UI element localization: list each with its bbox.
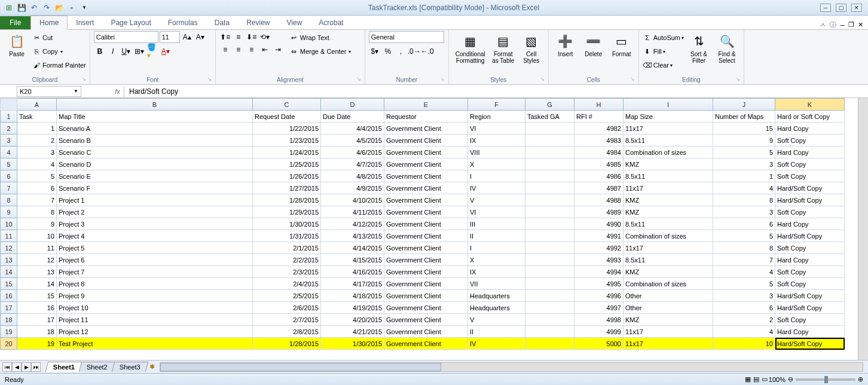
cell-I4[interactable]: Combination of sizes (624, 146, 713, 158)
wrap-text-button[interactable]: ↩Wrap Text (289, 31, 352, 44)
cell-D9[interactable]: 4/11/2015 (321, 206, 384, 218)
cell-E9[interactable]: Government Client (384, 206, 468, 218)
align-bottom-icon[interactable]: ⬇≡ (246, 31, 258, 43)
cell-B13[interactable]: Project 6 (57, 254, 253, 266)
cell-E8[interactable]: Government Client (384, 194, 468, 206)
underline-button[interactable]: U▾ (120, 45, 132, 57)
conditional-formatting-button[interactable]: ▦Conditional Formatting (453, 31, 488, 66)
cell-A12[interactable]: 11 (17, 242, 57, 254)
font-color-button[interactable]: A▾ (160, 45, 172, 57)
cell-B12[interactable]: Project 5 (57, 242, 253, 254)
cell-K10[interactable]: Hard Copy (775, 218, 845, 230)
cell-I7[interactable]: 11x17 (624, 182, 713, 194)
cell-K6[interactable]: Soft Copy (775, 170, 845, 182)
cell-G20[interactable] (525, 338, 574, 350)
cell-J6[interactable]: 1 (713, 170, 775, 182)
cell-I14[interactable]: KMZ (624, 266, 713, 278)
row-header-18[interactable]: 18 (1, 314, 17, 326)
cell-C12[interactable]: 2/1/2015 (253, 242, 321, 254)
decrease-indent-icon[interactable]: ⇤ (259, 44, 271, 56)
cell-H6[interactable]: 4986 (574, 170, 624, 182)
cell-A14[interactable]: 13 (17, 266, 57, 278)
cell-G9[interactable] (525, 206, 574, 218)
cell-C10[interactable]: 1/30/2015 (253, 218, 321, 230)
cell-F11[interactable]: II (468, 230, 525, 242)
cell-D8[interactable]: 4/10/2015 (321, 194, 384, 206)
cell-G19[interactable] (525, 326, 574, 338)
redo-icon[interactable]: ↷ (41, 2, 52, 13)
tab-acrobat[interactable]: Acrobat (310, 16, 352, 29)
cell-F15[interactable]: VII (468, 278, 525, 290)
row-header-19[interactable]: 19 (1, 326, 17, 338)
align-middle-icon[interactable]: ≡ (233, 31, 244, 43)
comma-icon[interactable]: , (395, 45, 407, 57)
zoom-slider[interactable] (796, 378, 855, 381)
cell-K8[interactable]: Hard/Soft Copy (775, 194, 845, 206)
border-button[interactable]: ⊞▾ (133, 45, 145, 57)
cell-E5[interactable]: Government Client (384, 158, 468, 170)
cell-B10[interactable]: Project 3 (57, 218, 253, 230)
cell-F20[interactable]: IV (468, 338, 525, 350)
col-header-J[interactable]: J (713, 99, 775, 111)
paste-button[interactable]: 📋 Paste (4, 31, 30, 59)
cell-G15[interactable] (525, 278, 574, 290)
cell-D14[interactable]: 4/16/2015 (321, 266, 384, 278)
tab-data[interactable]: Data (206, 16, 238, 29)
cell-K7[interactable]: Hard/Soft Copy (775, 182, 845, 194)
cell-I15[interactable]: Combination of sizes (624, 278, 713, 290)
cell-H3[interactable]: 4983 (574, 135, 624, 146)
tab-home[interactable]: Home (30, 16, 68, 30)
cell-F4[interactable]: VIII (468, 146, 525, 158)
header-cell[interactable]: Region (468, 111, 525, 123)
cell-A15[interactable]: 14 (17, 278, 57, 290)
cell-B16[interactable]: Project 9 (57, 290, 253, 302)
cell-K2[interactable]: Hard Copy (775, 123, 845, 135)
row-header-8[interactable]: 8 (1, 194, 17, 206)
cell-D6[interactable]: 4/8/2015 (321, 170, 384, 182)
row-header-3[interactable]: 3 (1, 135, 17, 146)
cell-H16[interactable]: 4996 (574, 290, 624, 302)
number-format-select[interactable] (369, 31, 444, 43)
cell-H5[interactable]: 4985 (574, 158, 624, 170)
tab-page-layout[interactable]: Page Layout (102, 16, 159, 29)
cell-G6[interactable] (525, 170, 574, 182)
cell-B9[interactable]: Project 2 (57, 206, 253, 218)
cell-B14[interactable]: Project 7 (57, 266, 253, 278)
cell-G17[interactable] (525, 302, 574, 314)
cell-A16[interactable]: 15 (17, 290, 57, 302)
sheet-nav-next-icon[interactable]: ▶ (22, 362, 31, 372)
header-cell[interactable]: Requestor (384, 111, 468, 123)
cell-A3[interactable]: 2 (17, 135, 57, 146)
name-box[interactable]: K20▼ (17, 86, 81, 97)
workbook-close-icon[interactable]: ✕ (858, 21, 863, 29)
cell-A6[interactable]: 5 (17, 170, 57, 182)
increase-font-icon[interactable]: A▴ (181, 31, 193, 43)
row-header-1[interactable]: 1 (1, 111, 17, 123)
align-right-icon[interactable]: ≡ (246, 44, 258, 56)
increase-decimal-icon[interactable]: .0→ (408, 45, 420, 57)
cell-F2[interactable]: VI (468, 123, 525, 135)
cell-J19[interactable]: 4 (713, 326, 775, 338)
cell-B18[interactable]: Project 11 (57, 314, 253, 326)
format-button[interactable]: ▭Format (609, 31, 635, 59)
cell-A7[interactable]: 6 (17, 182, 57, 194)
cell-B11[interactable]: Project 4 (57, 230, 253, 242)
cell-E15[interactable]: Government Client (384, 278, 468, 290)
col-header-H[interactable]: H (574, 99, 624, 111)
cell-styles-button[interactable]: ▧Cell Styles (518, 31, 545, 66)
cell-D18[interactable]: 4/20/2015 (321, 314, 384, 326)
cell-H10[interactable]: 4990 (574, 218, 624, 230)
cell-B4[interactable]: Scenario C (57, 146, 253, 158)
row-header-14[interactable]: 14 (1, 266, 17, 278)
cell-A20[interactable]: 19 (17, 338, 57, 350)
formula-input[interactable] (127, 86, 868, 97)
spreadsheet-grid[interactable]: ABCDEFGHIJK1TaskMap TitleRequest DateDue… (0, 98, 845, 350)
cell-D15[interactable]: 4/17/2015 (321, 278, 384, 290)
cell-F17[interactable]: Headquarters (468, 302, 525, 314)
cell-C19[interactable]: 2/8/2015 (253, 326, 321, 338)
cell-G12[interactable] (525, 242, 574, 254)
workbook-minimize-icon[interactable]: ─ (840, 22, 845, 29)
cell-H2[interactable]: 4982 (574, 123, 624, 135)
cell-E6[interactable]: Government Client (384, 170, 468, 182)
row-header-5[interactable]: 5 (1, 158, 17, 170)
